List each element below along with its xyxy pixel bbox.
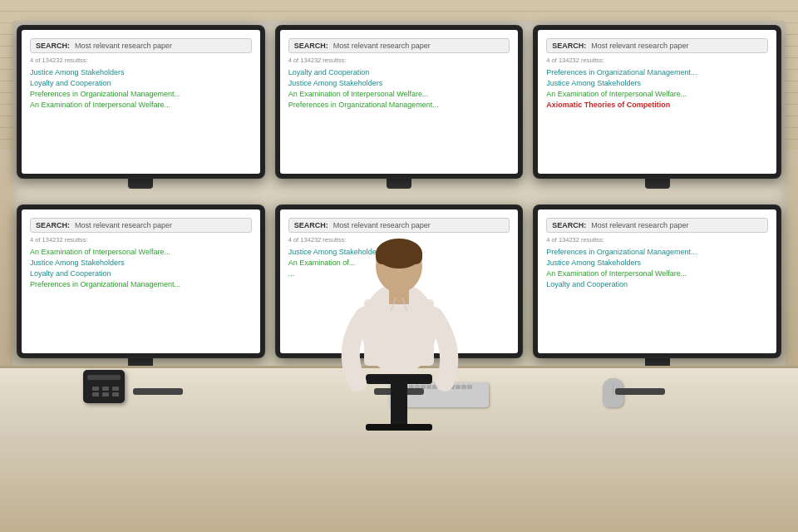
monitor-screen-4: SEARCH: Most relevant research paper 4 o…: [22, 209, 260, 353]
search-label-2: SEARCH:: [294, 42, 328, 50]
result-item[interactable]: An Examination of Interpersonal Welfare.…: [30, 101, 252, 109]
results-count-6: 4 of 134232 resultss:: [546, 236, 768, 244]
monitor-bottom-right: SEARCH: Most relevant research paper 4 o…: [533, 204, 781, 374]
svg-rect-0: [366, 374, 432, 384]
monitor-screen-2: SEARCH: Most relevant research paper 4 o…: [280, 30, 519, 174]
search-value-6: Most relevant research paper: [591, 221, 688, 229]
results-count-3: 4 of 134232 resultss:: [546, 57, 768, 64]
monitor-stand: [645, 179, 670, 189]
results-count-1: 4 of 134232 resultss:: [30, 57, 252, 64]
search-bar-6[interactable]: SEARCH: Most relevant research paper: [546, 218, 768, 233]
result-item[interactable]: Justice Among Stakeholders: [546, 79, 768, 87]
search-value-2: Most relevant research paper: [333, 42, 431, 50]
monitor-top-center: SEARCH: Most relevant research paper 4 o…: [275, 25, 524, 195]
monitor-screen-6: SEARCH: Most relevant research paper 4 o…: [538, 209, 776, 353]
result-item[interactable]: Preferences in Organizational Management…: [288, 101, 510, 109]
result-item[interactable]: An Examination of Interpersonal Welfare.…: [30, 248, 252, 256]
result-item[interactable]: Loyalty and Cooperation: [546, 280, 768, 288]
svg-rect-4: [364, 299, 434, 366]
result-item[interactable]: Justice Among Stakeholders: [546, 259, 768, 267]
result-item[interactable]: An Examination of Interpersonal Welfare.…: [546, 90, 768, 98]
monitor-screen-3: SEARCH: Most relevant research paper 4 o…: [538, 30, 776, 174]
svg-rect-8: [389, 289, 409, 304]
search-label-1: SEARCH:: [36, 42, 70, 50]
result-item[interactable]: Preferences in Organizational Management…: [546, 248, 768, 256]
result-item[interactable]: Axiomatic Theories of Competition: [546, 101, 768, 109]
room-background: SEARCH: Most relevant research paper 4 o…: [0, 0, 798, 532]
monitor-screen-1: SEARCH: Most relevant research paper 4 o…: [22, 30, 260, 174]
search-value-1: Most relevant research paper: [75, 42, 172, 50]
result-item[interactable]: Justice Among Stakeholders: [30, 259, 252, 267]
monitor-top-right: SEARCH: Most relevant research paper 4 o…: [533, 25, 781, 195]
result-item[interactable]: An Examination of Interpersonal Welfare.…: [546, 269, 768, 278]
search-bar-1[interactable]: SEARCH: Most relevant research paper: [30, 38, 252, 53]
desk-phone: [83, 370, 125, 403]
svg-rect-2: [366, 424, 432, 431]
monitor-bottom-left: SEARCH: Most relevant research paper 4 o…: [17, 204, 265, 374]
search-label-4: SEARCH:: [36, 221, 70, 229]
monitor-stand-base: [615, 388, 665, 395]
search-value-3: Most relevant research paper: [591, 42, 688, 50]
person-figure: [316, 183, 482, 432]
svg-rect-1: [391, 384, 407, 426]
search-label-3: SEARCH:: [552, 42, 586, 50]
svg-rect-7: [376, 248, 422, 264]
result-item[interactable]: Justice Among Stakeholders: [30, 68, 252, 76]
search-label-6: SEARCH:: [552, 221, 586, 229]
result-item[interactable]: Loyalty and Cooperation: [30, 269, 252, 278]
blind-slat: [0, 0, 798, 12]
result-item[interactable]: Preferences in Organizational Management…: [30, 280, 252, 288]
result-item[interactable]: Justice Among Stakeholders: [288, 79, 510, 87]
results-count-4: 4 of 134232 resultss:: [30, 236, 252, 244]
search-bar-3[interactable]: SEARCH: Most relevant research paper: [546, 38, 768, 53]
search-bar-2[interactable]: SEARCH: Most relevant research paper: [288, 38, 510, 53]
monitor-stand: [128, 179, 153, 189]
search-bar-4[interactable]: SEARCH: Most relevant research paper: [30, 218, 252, 233]
result-item[interactable]: An Examination of Interpersonal Welfare.…: [288, 90, 510, 98]
monitor-top-left: SEARCH: Most relevant research paper 4 o…: [17, 25, 265, 195]
result-item[interactable]: Loyalty and Cooperation: [288, 68, 510, 76]
search-value-4: Most relevant research paper: [75, 221, 172, 229]
result-item[interactable]: Preferences in Organizational Management…: [30, 90, 252, 98]
result-item[interactable]: Loyalty and Cooperation: [30, 79, 252, 87]
results-count-2: 4 of 134232 resultss:: [288, 57, 510, 64]
result-item[interactable]: Preferences in Organizational Management…: [546, 68, 768, 76]
monitor-stand-base: [133, 388, 183, 395]
